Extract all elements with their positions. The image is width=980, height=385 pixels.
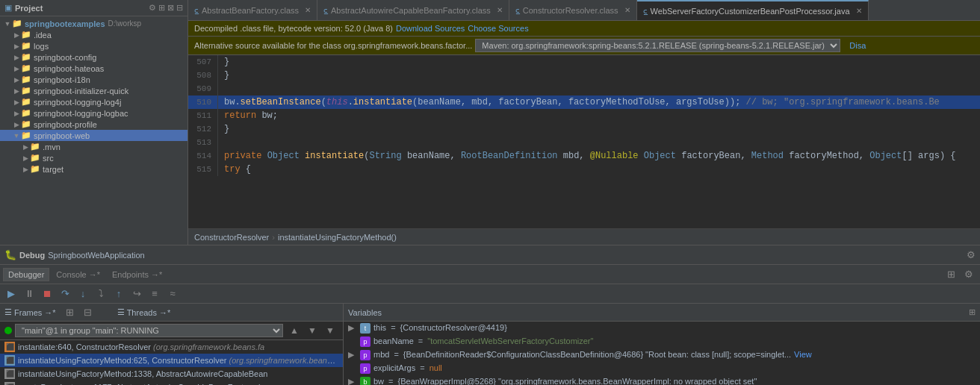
var-val-this: {ConstructorResolver@4419} [400, 323, 507, 332]
line-num-508: 508 [188, 69, 218, 82]
code-line-509: 509 [188, 82, 980, 96]
step-over-btn[interactable]: ↷ [57, 287, 73, 301]
tree-target[interactable]: ▶ 📁 target [0, 163, 187, 175]
var-name-bw: bw [373, 377, 384, 385]
tree-idea[interactable]: ▶ 📁 .idea [0, 29, 187, 40]
choose-sources-link[interactable]: Choose Sources [468, 24, 528, 33]
thread-resume-btn[interactable]: ▲ [286, 323, 303, 338]
profile-folder-icon: 📁 [21, 119, 31, 129]
evaluate-btn[interactable]: ≡ [146, 287, 163, 301]
var-expand-mbd[interactable]: ▶ [348, 350, 357, 360]
debug-tab-endpoints[interactable]: Endpoints →* [107, 268, 167, 281]
tab-close-2[interactable]: ✕ [497, 6, 503, 14]
tab-abstractautowire[interactable]: c̲ AbstractAutowireCapableBeanFactory.cl… [317, 0, 509, 21]
tree-web-arrow: ▼ [12, 132, 21, 140]
frames-btn[interactable]: ☰ Frames →* [4, 307, 56, 317]
var-eq-explicitargs: = [420, 363, 424, 372]
breadcrumb: ConstructorResolver › instantiateUsingFa… [188, 228, 980, 245]
debug-split: ☰ Frames →* ⊞ ⊟ ☰ Threads →* [0, 304, 980, 385]
run-to-cursor-btn[interactable]: ↪ [128, 287, 145, 301]
idea-folder-icon: 📁 [21, 30, 31, 40]
frame-item-instantiate[interactable]: ⬛ instantiate:640, ConstructorResolver (… [0, 340, 343, 354]
tree-initializer-label: springboot-initializer-quick [34, 87, 128, 96]
stop-btn[interactable]: ⏹ [39, 287, 55, 301]
debug-tab-debugger[interactable]: Debugger [3, 268, 49, 281]
var-name-this: this [373, 323, 386, 332]
thread-down-btn[interactable]: ▼ [304, 323, 320, 338]
tab-close-4[interactable]: ✕ [856, 7, 862, 15]
variables-header: Variables ⊞ [344, 304, 980, 322]
tree-initializer[interactable]: ▶ 📁 springboot-initializer-quick [0, 85, 187, 96]
run-indicator [4, 327, 12, 334]
tree-root[interactable]: ▼ 📁 springbootexamples D:\worksp [0, 18, 187, 29]
restore-layout-btn[interactable]: ⊞ [943, 267, 959, 282]
tree-src[interactable]: ▶ 📁 src [0, 152, 187, 163]
tree-i18n[interactable]: ▶ 📁 springboot-i18n [0, 74, 187, 85]
web-folder-icon: 📁 [21, 131, 31, 140]
tab-abstractbeanfactory[interactable]: c̲ AbstractBeanFactory.class ✕ [188, 0, 317, 21]
tab-icon-4: c̲ [643, 7, 648, 15]
var-val-beanname: "tomcatServletWebServerFactoryCustomizer… [427, 337, 593, 345]
breadcrumb-item-2: instantiateUsingFactoryMethod() [278, 233, 397, 242]
var-expand-bw[interactable]: ▶ [348, 377, 357, 385]
tab-constructorresolver[interactable]: c̲ ConstructorResolver.class ✕ [509, 0, 637, 21]
var-eq-this: = [391, 323, 395, 332]
resume-btn[interactable]: ▶ [3, 287, 19, 301]
step-into-btn[interactable]: ↓ [75, 287, 91, 301]
thread-selector: "main"@1 in group "main": RUNNING ▲ ▼ ▼ [0, 322, 343, 340]
tree-log4j[interactable]: ▶ 📁 springboot-logging-log4j [0, 96, 187, 107]
var-expand-this[interactable]: ▶ [348, 323, 357, 333]
frames-list: ⬛ instantiate:640, ConstructorResolver (… [0, 340, 343, 385]
debug-tab-console[interactable]: Console →* [51, 268, 105, 281]
tree-hateoas[interactable]: ▶ 📁 springboot-hateoas [0, 63, 187, 74]
tree-config[interactable]: ▶ 📁 springboot-config [0, 51, 187, 63]
debug-gear-icon[interactable]: ⚙ [967, 249, 976, 260]
tab-close-3[interactable]: ✕ [624, 6, 630, 14]
tree-i18n-label: springboot-i18n [34, 75, 90, 84]
var-item-mbd: ▶ p mbd = {BeanDefinitionReader$Configur… [344, 348, 980, 362]
sidebar-header: ▣ Project ⚙ ⊞ ⊠ ⊟ [0, 0, 187, 16]
tree-initializer-arrow: ▶ [12, 87, 21, 95]
tab-webserverfactory[interactable]: c̲ WebServerFactoryCustomizerBeanPostPro… [637, 0, 869, 21]
tree-root-arrow: ▼ [3, 20, 12, 28]
step-out-btn[interactable]: ↑ [111, 287, 127, 301]
trace-btn[interactable]: ≈ [164, 287, 181, 301]
disable-btn[interactable]: Disa [849, 41, 866, 50]
frames-toolbar-btn2[interactable]: ⊟ [80, 305, 96, 320]
frames-toolbar-btn1[interactable]: ⊞ [62, 305, 78, 320]
tree-logback-label: springboot-logging-logbac [34, 109, 128, 118]
debug-tab-endpoints-label: Endpoints →* [112, 270, 162, 279]
var-icon-mbd: p [360, 350, 370, 360]
alt-source-select[interactable]: Maven: org.springframework:spring-beans:… [475, 39, 840, 52]
tree-logs-arrow: ▶ [12, 43, 21, 50]
tree-hateoas-label: springboot-hateoas [34, 64, 104, 73]
frame-item-instantiateusingfactorymethod2[interactable]: ⬛ instantiateUsingFactoryMethod:1338, Ab… [0, 367, 343, 381]
threads-btn[interactable]: ☰ Threads →* [117, 307, 171, 317]
frames-panel: ☰ Frames →* ⊞ ⊟ ☰ Threads →* [0, 304, 344, 385]
settings-btn[interactable]: ⚙ [961, 267, 977, 282]
tree-idea-arrow: ▶ [12, 31, 21, 39]
tree-profile[interactable]: ▶ 📁 springboot-profile [0, 119, 187, 130]
tree-mvn[interactable]: ▶ 📁 .mvn [0, 141, 187, 152]
thread-select[interactable]: "main"@1 in group "main": RUNNING [15, 324, 283, 337]
download-sources-link[interactable]: Download Sources [396, 24, 465, 33]
frame-item-createbeaninstance[interactable]: ⬛ createBeanInstance:1177, AbstractAutow… [0, 381, 343, 385]
code-line-508: 508 } [188, 69, 980, 82]
pause-btn[interactable]: ⏸ [21, 287, 37, 301]
sidebar-project-label: Project [15, 4, 43, 13]
tree-mvn-label: .mvn [43, 143, 61, 151]
var-view-link[interactable]: View [794, 350, 812, 359]
variables-expand-btn[interactable]: ⊞ [969, 307, 976, 317]
tree-logs[interactable]: ▶ 📁 logs [0, 40, 187, 51]
tab-close-1[interactable]: ✕ [305, 6, 311, 14]
tree-web[interactable]: ▼ 📁 springboot-web [0, 130, 187, 141]
code-line-514: 514 private Object instantiate(String be… [188, 149, 980, 163]
tree-root-label: springbootexamples [25, 19, 105, 28]
smart-step-into-btn[interactable]: ⤵ [93, 287, 109, 301]
tree-logback[interactable]: ▶ 📁 springboot-logging-logbac [0, 107, 187, 119]
var-expand-beanname: ▶ [348, 337, 357, 346]
frame-icon-3: ⬛ [4, 369, 15, 379]
thread-filter-btn[interactable]: ▼ [322, 323, 338, 338]
info-text: Decompiled .class file, bytecode version… [194, 24, 393, 33]
frame-item-instantiateusingfactorymethod[interactable]: ⬛ instantiateUsingFactoryMethod:625, Con… [0, 354, 343, 367]
